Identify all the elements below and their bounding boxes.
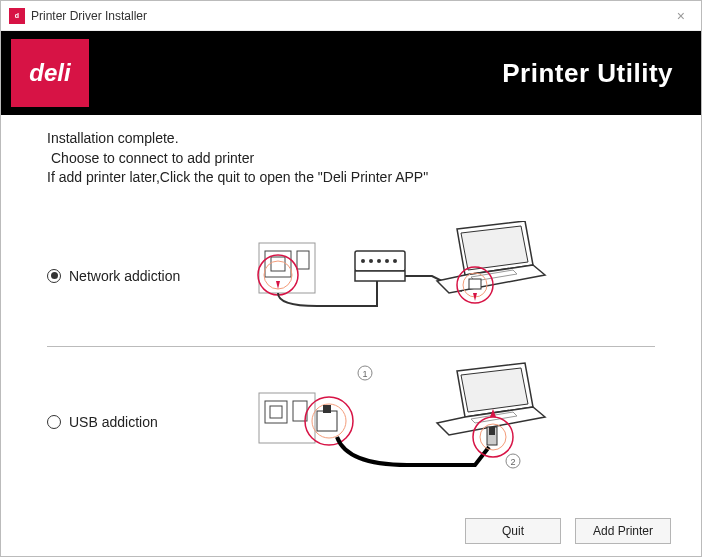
quit-button[interactable]: Quit xyxy=(465,518,561,544)
close-icon[interactable]: × xyxy=(669,8,693,24)
footer: Quit Add Printer xyxy=(1,506,701,556)
message-line-2: Choose to connect to add printer xyxy=(47,149,655,169)
banner: deli Printer Utility xyxy=(1,31,701,115)
radio-usb[interactable]: USB addiction xyxy=(47,414,257,430)
svg-rect-3 xyxy=(297,251,309,269)
diagram-usb-icon: 1 2 xyxy=(257,357,655,487)
svg-rect-26 xyxy=(317,411,337,431)
radio-usb-indicator xyxy=(47,415,61,429)
add-printer-button[interactable]: Add Printer xyxy=(575,518,671,544)
option-network: Network addiction xyxy=(47,216,655,336)
svg-point-8 xyxy=(361,259,365,263)
options-divider xyxy=(47,346,655,347)
svg-rect-27 xyxy=(323,405,331,413)
diagram-network-icon xyxy=(257,221,655,331)
message-line-3: If add printer later,Click the quit to o… xyxy=(47,168,655,188)
svg-rect-7 xyxy=(355,271,405,281)
window-title: Printer Driver Installer xyxy=(31,9,669,23)
svg-rect-15 xyxy=(469,279,481,289)
brand-logo: deli xyxy=(11,39,89,107)
install-message: Installation complete. Choose to connect… xyxy=(47,129,655,188)
app-icon: d xyxy=(9,8,25,24)
titlebar: d Printer Driver Installer × xyxy=(1,1,701,31)
radio-usb-label: USB addiction xyxy=(69,414,158,430)
option-usb: USB addiction 1 2 xyxy=(47,357,655,487)
message-line-1: Installation complete. xyxy=(47,129,655,149)
svg-point-11 xyxy=(385,259,389,263)
svg-text:2: 2 xyxy=(510,457,515,467)
radio-network[interactable]: Network addiction xyxy=(47,268,257,284)
svg-point-10 xyxy=(377,259,381,263)
svg-rect-22 xyxy=(270,406,282,418)
radio-network-label: Network addiction xyxy=(69,268,180,284)
svg-text:1: 1 xyxy=(362,369,367,379)
svg-rect-31 xyxy=(489,427,495,435)
banner-title: Printer Utility xyxy=(502,58,673,89)
connection-options: Network addiction xyxy=(47,216,655,487)
radio-network-indicator xyxy=(47,269,61,283)
svg-rect-2 xyxy=(271,257,285,271)
svg-point-9 xyxy=(369,259,373,263)
content: Installation complete. Choose to connect… xyxy=(1,115,701,506)
svg-point-12 xyxy=(393,259,397,263)
